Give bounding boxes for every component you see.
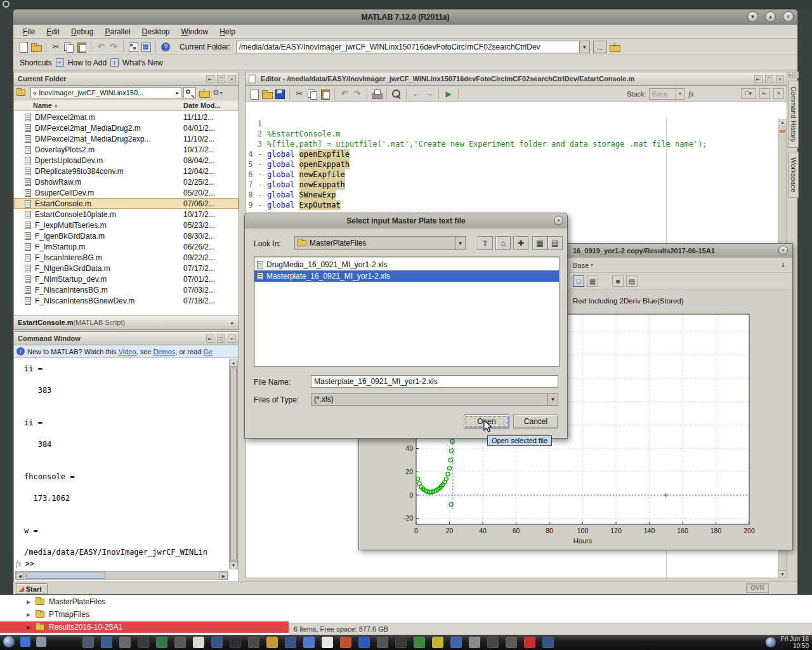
editor-close-icon[interactable]: × (773, 88, 784, 99)
file-row[interactable]: F_IgenBkGrdData.m08/30/2... (14, 230, 239, 241)
scrollbar-thumb[interactable] (26, 573, 105, 579)
grid-view-icon[interactable]: ▦ (587, 275, 598, 287)
new-folder-button[interactable]: ✚ (513, 236, 528, 250)
command-window-hscrollbar[interactable]: ◀ ▶ (15, 571, 228, 580)
search-button[interactable] (183, 87, 196, 98)
taskbar-app-icon[interactable] (285, 637, 296, 648)
code-line[interactable]: 2%EstartConsole.m (246, 129, 778, 139)
file-row[interactable]: F_IscanIntensBG.m09/22/2... (14, 252, 239, 263)
system-tray-icon[interactable] (766, 637, 776, 647)
menu-edit[interactable]: Edit (41, 26, 65, 37)
shortcut-how-to-add[interactable]: How to Add (68, 58, 107, 67)
taskbar-app-icon[interactable] (174, 637, 186, 648)
menu-window[interactable]: Window (176, 26, 214, 37)
close-button[interactable]: × (778, 246, 788, 255)
maximize-icon[interactable]: □ (765, 75, 773, 83)
tree-item[interactable]: ▶PTmapFiles (0, 609, 289, 620)
taskbar-app-icon[interactable] (524, 637, 535, 648)
file-row[interactable]: EstartConsole10plate.m10/17/2... (14, 209, 239, 220)
cut-icon[interactable] (294, 88, 305, 100)
taskbar-app-icon[interactable] (82, 637, 94, 648)
taskbar-app-icon[interactable] (156, 637, 167, 648)
close-button[interactable]: × (783, 11, 794, 22)
dock-icon[interactable]: ⇤ (789, 72, 793, 78)
tab-workspace[interactable]: Workspace (789, 152, 799, 198)
dock-select-button[interactable]: □▾ (741, 88, 756, 99)
run-icon[interactable] (443, 88, 454, 100)
cancel-button[interactable]: Cancel (513, 415, 558, 428)
undo-icon[interactable] (95, 41, 107, 53)
file-row[interactable]: F_NImStartup_dev.m07/01/2... (14, 274, 239, 284)
taskbar-app-icon[interactable] (340, 637, 351, 648)
expand-triangle-icon[interactable]: ▶ (27, 599, 36, 605)
pin-icon[interactable]: ⇓ (781, 262, 786, 269)
tree-item[interactable]: ▶MasterPlateFiles (0, 596, 289, 607)
taskbar-app-icon[interactable] (101, 637, 112, 648)
tree-item[interactable]: ▶Results2016-10-25A1 (0, 621, 289, 633)
plot-tools-icon[interactable]: ■ (612, 275, 624, 287)
actions-menu-button[interactable]: ⚙▾ (213, 88, 223, 97)
editor-undock-icon[interactable]: ⇤ (759, 88, 770, 99)
matlab-titlebar[interactable]: MATLAB 7.12.0 (R2011a) ▾ ▴ × (13, 10, 797, 25)
scrollbar-thumb[interactable] (230, 368, 237, 560)
menu-file[interactable]: File (17, 26, 41, 37)
file-row[interactable]: F_lexpMultiTseries.m05/23/2... (14, 220, 239, 230)
taskbar-app-icon[interactable] (358, 637, 370, 648)
save-icon[interactable] (274, 88, 285, 100)
undock-icon[interactable]: ⇤ (206, 75, 214, 83)
redo-icon[interactable] (351, 88, 363, 100)
home-button[interactable]: ⌂ (495, 236, 511, 250)
open-folder-icon[interactable] (261, 88, 273, 100)
maximize-button[interactable]: ▴ (765, 11, 776, 22)
dialog-file-row[interactable]: Masterplate_16_0921_MI_yor1-2.xls (254, 270, 559, 282)
find-icon[interactable] (391, 88, 402, 100)
taskbar-app-icon[interactable] (303, 637, 315, 648)
stack-combo[interactable]: Base ▾ (573, 262, 593, 269)
taskbar-app-icon[interactable] (414, 637, 425, 648)
taskbar-app-icon[interactable] (138, 637, 149, 648)
menu-help[interactable]: Help (214, 26, 241, 37)
expand-triangle-icon[interactable]: ▶ (27, 625, 36, 630)
open-folder-icon[interactable] (30, 41, 42, 53)
new-figure-icon[interactable]: □ (573, 275, 584, 287)
taskbar-app-icon[interactable] (230, 637, 241, 648)
desktop-corner-widget-icon[interactable] (3, 1, 10, 8)
browse-folder-button[interactable]: ... (593, 41, 607, 53)
copy-icon[interactable] (306, 88, 318, 100)
restore-icon[interactable]: □ (794, 72, 799, 78)
code-line[interactable]: 1 (246, 119, 778, 129)
tab-command-history[interactable]: Command History (789, 81, 799, 148)
files-of-type-combo[interactable]: (*.xls) ▾ (311, 393, 558, 406)
current-folder-input[interactable]: /media/data/EASY/InovImager_jwrCF_WINLin… (236, 41, 590, 53)
code-line[interactable]: 3%[file,path] = uiputfile('.mat','Create… (246, 139, 778, 149)
stack-combo[interactable]: Base ▾ (649, 88, 685, 100)
go-back-icon[interactable] (410, 88, 422, 100)
file-row[interactable]: F_ImStartup.m06/26/2... (14, 241, 239, 252)
taskbar-app-icon[interactable] (248, 637, 259, 648)
file-name-input[interactable]: Masterplate_16_0921_MI_yor1-2.xls (311, 375, 558, 388)
taskbar-app-icon[interactable] (322, 637, 333, 648)
maximize-icon[interactable]: □ (217, 335, 225, 343)
new-file-icon[interactable] (18, 41, 29, 53)
maximize-icon[interactable]: □ (217, 75, 225, 83)
shortcut-whats-new[interactable]: What's New (122, 58, 163, 67)
scroll-right-icon[interactable]: ▶ (219, 572, 228, 580)
menu-debug[interactable]: Debug (65, 26, 99, 37)
column-name[interactable]: Name (14, 102, 52, 109)
copy-icon[interactable] (63, 41, 74, 53)
simulink-icon[interactable] (128, 41, 139, 53)
chevron-right-icon[interactable]: ▸ (174, 90, 181, 96)
file-row[interactable]: DshowRaw.m02/25/2... (14, 176, 239, 187)
undo-icon[interactable] (339, 88, 350, 100)
code-line[interactable]: 6 -global newExpfile (246, 169, 778, 180)
file-row[interactable]: DReplicate96to384conv.m12/04/2... (14, 166, 239, 176)
command-prompt[interactable]: >> (22, 559, 34, 568)
taskbar-app-icon[interactable] (542, 637, 554, 648)
taskbar-app-icon[interactable] (395, 637, 407, 648)
file-row[interactable]: DMPexcel2mat_MediaDrug2.m04/01/2... (14, 123, 239, 133)
file-row[interactable]: F_NIscanIntensBGnewDev.m07/18/2... (14, 295, 239, 306)
function-browser-icon[interactable] (686, 88, 697, 100)
file-row[interactable]: DsuperCellDev.m05/20/2... (14, 187, 239, 198)
code-line[interactable]: 4 -global openExpfile (246, 149, 778, 159)
workspace-switcher-icon[interactable] (36, 637, 46, 647)
